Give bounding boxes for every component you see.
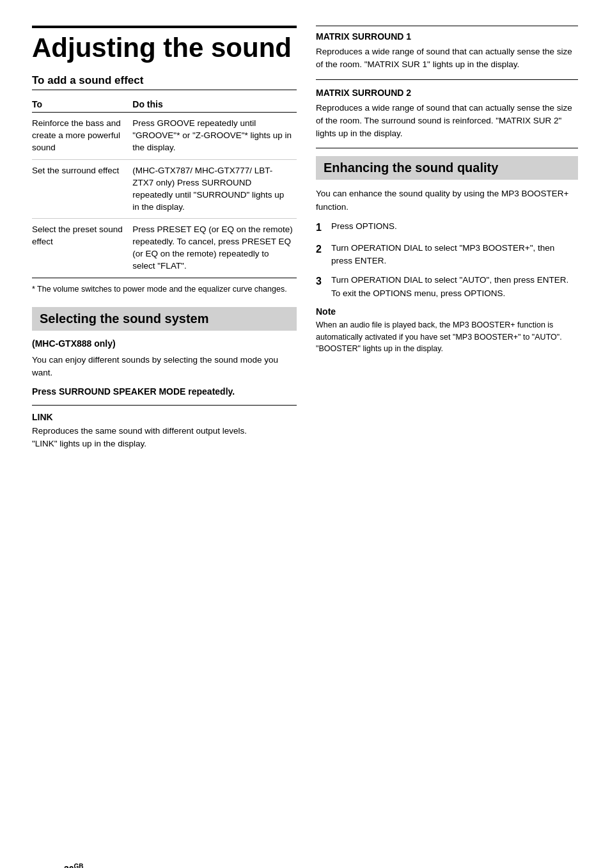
right-column: MATRIX SURROUND 1 Reproduces a wide rang… xyxy=(316,26,578,457)
table-cell-do: (MHC-GTX787/ MHC-GTX777/ LBT-ZTX7 only) … xyxy=(132,159,297,219)
link-body: Reproduces the same sound with different… xyxy=(32,425,297,451)
table-row: Select the preset sound effectPress PRES… xyxy=(32,219,297,278)
step-text: Press OPTIONS. xyxy=(331,220,397,235)
table-cell-to: Set the surround effect xyxy=(32,159,132,219)
step-text: Turn OPERATION DIAL to select "AUTO", th… xyxy=(331,274,578,300)
matrix1-body: Reproduces a wide range of sound that ca… xyxy=(316,45,578,72)
link-section: LINK Reproduces the same sound with diff… xyxy=(32,412,297,451)
section-select-sound-system: Selecting the sound system (MHC-GTX888 o… xyxy=(32,307,297,451)
page-number: 30GB xyxy=(64,863,84,868)
step-number: 3 xyxy=(316,274,327,300)
matrix2-body: Reproduces a wide range of sound that ca… xyxy=(316,102,578,141)
section-add-sound-effect: To add a sound effect To Do this Reinfor… xyxy=(32,74,297,296)
step-number: 2 xyxy=(316,242,327,268)
matrix2-title: MATRIX SURROUND 2 xyxy=(316,88,578,98)
matrix-surround-2: MATRIX SURROUND 2 Reproduces a wide rang… xyxy=(316,88,578,141)
section2-body: You can enjoy different sounds by select… xyxy=(32,354,297,380)
col-to-header: To xyxy=(32,97,132,113)
matrix1-title: MATRIX SURROUND 1 xyxy=(316,31,578,42)
table-row: Reinforce the bass and create a more pow… xyxy=(32,113,297,160)
divider1 xyxy=(32,405,297,406)
table-cell-do: Press GROOVE repeatedly until "GROOVE"* … xyxy=(132,113,297,160)
mhc-only-label: (MHC-GTX888 only) xyxy=(32,338,297,349)
matrix-divider xyxy=(316,79,578,80)
section3-intro: You can enhance the sound quality by usi… xyxy=(316,187,578,214)
link-title: LINK xyxy=(32,412,297,422)
step-item: 1Press OPTIONS. xyxy=(316,220,578,235)
section-enhance-sound: Enhancing the sound quality You can enha… xyxy=(316,156,578,355)
step-number: 1 xyxy=(316,220,327,235)
press-surround-heading: Press SURROUND SPEAKER MODE repeatedly. xyxy=(32,386,297,398)
section1-heading: To add a sound effect xyxy=(32,74,297,90)
step-item: 3Turn OPERATION DIAL to select "AUTO", t… xyxy=(316,274,578,300)
matrix-surround-1: MATRIX SURROUND 1 Reproduces a wide rang… xyxy=(316,31,578,72)
matrix2-bottom-divider xyxy=(316,148,578,148)
top-divider xyxy=(316,26,578,26)
left-column: Adjusting the sound To add a sound effec… xyxy=(32,26,297,457)
section3-heading: Enhancing the sound quality xyxy=(316,156,578,180)
steps-list: 1Press OPTIONS.2Turn OPERATION DIAL to s… xyxy=(316,220,578,300)
table-cell-to: Reinforce the bass and create a more pow… xyxy=(32,113,132,160)
page-title: Adjusting the sound xyxy=(32,26,297,63)
table-cell-do: Press PRESET EQ (or EQ on the remote) re… xyxy=(132,219,297,278)
col-do-header: Do this xyxy=(132,97,297,113)
note-text: When an audio file is played back, the M… xyxy=(316,319,578,355)
section2-heading: Selecting the sound system xyxy=(32,307,297,331)
sound-effect-table: To Do this Reinforce the bass and create… xyxy=(32,97,297,278)
step-text: Turn OPERATION DIAL to select "MP3 BOOST… xyxy=(331,242,578,268)
step-item: 2Turn OPERATION DIAL to select "MP3 BOOS… xyxy=(316,242,578,268)
note-label: Note xyxy=(316,306,578,317)
table-row: Set the surround effect(MHC-GTX787/ MHC-… xyxy=(32,159,297,219)
table-cell-to: Select the preset sound effect xyxy=(32,219,132,278)
footnote: * The volume switches to power mode and … xyxy=(32,283,297,296)
